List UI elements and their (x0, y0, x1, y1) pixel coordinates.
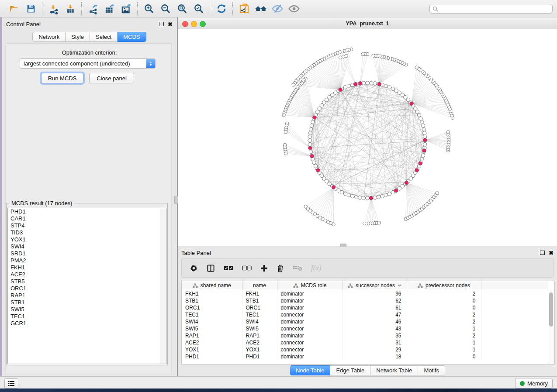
table-scrollbar[interactable] (548, 290, 554, 364)
table-panel-title: Table Panel (181, 250, 211, 256)
list-item[interactable]: TID3 (8, 229, 166, 236)
import-network-icon (48, 3, 59, 14)
list-item[interactable]: ACE2 (8, 271, 166, 278)
function-builder-icon: f(x) (311, 264, 322, 272)
table-panel-tabs: Node Table Edge Table Network Table Moti… (178, 365, 557, 375)
tab-edge-table[interactable]: Edge Table (330, 365, 370, 375)
node-table-grid: shared name name MCDS role successor nod… (182, 281, 548, 360)
tab-select[interactable]: Select (90, 32, 118, 42)
network-view-window: YPA_prune.txt_1 (178, 17, 557, 246)
list-scrollbar[interactable] (160, 208, 166, 364)
tab-mcds[interactable]: MCDS (118, 32, 146, 42)
search-icon (432, 6, 438, 12)
zoom-out-button[interactable] (159, 2, 172, 15)
column-header-filler (481, 281, 548, 290)
show-all-button[interactable] (287, 2, 301, 15)
search-input[interactable] (429, 4, 553, 14)
list-item[interactable]: TEC1 (8, 313, 166, 320)
table-header-row: shared name name MCDS role successor nod… (182, 281, 548, 290)
select-all-icon[interactable] (224, 265, 233, 271)
table-row[interactable]: RAP1RAP1dominator352 (182, 332, 548, 339)
network-graph[interactable] (178, 29, 557, 246)
table-row[interactable]: SWI4SWI4dominator462 (182, 318, 548, 325)
delete-table-icon (293, 265, 302, 272)
zoom-selected-button[interactable] (192, 2, 205, 15)
table-row[interactable]: ACE2ACE2connector311 (182, 339, 548, 346)
column-header-predecessor-nodes[interactable]: predecessor nodes (407, 281, 481, 290)
table-scrollbar-thumb[interactable] (549, 292, 553, 327)
float-panel-icon[interactable] (159, 22, 164, 26)
run-mcds-button[interactable]: Run MCDS (41, 73, 83, 83)
list-item[interactable]: PMA2 (8, 257, 166, 264)
table-row[interactable]: PHD1PHD1dominator180 (182, 353, 548, 360)
show-panels-button[interactable] (4, 378, 18, 389)
table-row[interactable]: SWI5SWI5connector431 (182, 325, 548, 332)
list-item[interactable]: SWI4 (8, 243, 166, 250)
add-column-icon[interactable] (260, 265, 268, 272)
deselect-all-icon[interactable] (242, 265, 252, 271)
list-item[interactable]: STP4 (8, 222, 166, 229)
tab-network[interactable]: Network (32, 32, 66, 42)
chevron-down-icon (398, 284, 401, 287)
float-panel-icon[interactable] (540, 251, 545, 255)
import-network-button[interactable] (47, 2, 60, 15)
zoom-fit-icon (176, 3, 188, 14)
column-header-mcds-role[interactable]: MCDS role (277, 281, 343, 290)
import-table-button[interactable] (64, 2, 77, 15)
main-toolbar (0, 0, 557, 17)
list-item[interactable]: CAR1 (8, 215, 166, 222)
delete-column-icon[interactable] (277, 264, 284, 272)
hide-selected-button[interactable] (271, 2, 284, 15)
export-network-icon (87, 3, 99, 14)
tab-style[interactable]: Style (66, 32, 90, 42)
column-header-name[interactable]: name (242, 281, 277, 290)
memory-button[interactable]: Memory (515, 378, 553, 389)
zoom-fit-button[interactable] (176, 2, 189, 15)
criterion-select[interactable]: largest connected component (undirected)… (20, 58, 156, 69)
duplicate-network-button[interactable] (238, 2, 251, 15)
export-network-button[interactable] (86, 2, 100, 15)
close-panel-icon[interactable]: ✖ (549, 250, 554, 256)
table-row[interactable]: STB1STB1dominator620 (182, 297, 548, 304)
close-panel-button[interactable]: Close panel (89, 73, 134, 83)
table-row[interactable]: TEC1TEC1connector472 (182, 311, 548, 318)
tab-motifs[interactable]: Motifs (418, 365, 445, 375)
list-item[interactable]: SWI5 (8, 306, 166, 313)
refresh-button[interactable] (215, 2, 228, 15)
list-item[interactable]: SRD1 (8, 250, 166, 257)
list-item[interactable]: ORC1 (8, 285, 166, 292)
zoom-in-icon (143, 3, 155, 14)
list-item[interactable]: RAP1 (8, 292, 166, 299)
list-icon (8, 381, 15, 386)
first-neighbors-icon (255, 3, 267, 14)
network-window-titlebar[interactable]: YPA_prune.txt_1 (178, 18, 557, 29)
column-header-successor-nodes[interactable]: successor nodes (343, 281, 407, 290)
tab-network-table[interactable]: Network Table (370, 365, 418, 375)
table-row[interactable]: FKH1FKH1dominator962 (182, 290, 548, 298)
zoom-in-button[interactable] (142, 2, 156, 15)
table-panel: Table Panel ✖ f(x) shared name name MCDS… (178, 247, 557, 376)
desktop-wallpaper-strip (0, 389, 557, 392)
table-row[interactable]: ORC1ORC1dominator610 (182, 304, 548, 311)
save-button[interactable] (24, 2, 38, 15)
open-folder-button[interactable] (8, 2, 21, 15)
settings-gear-icon[interactable] (190, 264, 198, 272)
column-header-shared-name[interactable]: shared name (182, 281, 242, 290)
memory-label: Memory (527, 380, 548, 387)
network-canvas[interactable] (178, 29, 557, 246)
list-item[interactable]: YOX1 (8, 236, 166, 243)
list-item[interactable]: PHD1 (8, 208, 166, 215)
first-neighbors-button[interactable] (254, 2, 267, 15)
export-image-button[interactable] (120, 2, 133, 15)
list-item[interactable]: STB1 (8, 299, 166, 306)
tab-node-table[interactable]: Node Table (290, 365, 331, 375)
close-panel-icon[interactable]: ✖ (168, 21, 173, 27)
column-browser-icon[interactable] (207, 264, 215, 272)
list-item[interactable]: GCR1 (8, 320, 166, 327)
import-table-icon (65, 3, 76, 14)
attribute-icon (418, 283, 423, 288)
list-item[interactable]: FKH1 (8, 264, 166, 271)
table-row[interactable]: YOX1YOX1connector291 (182, 346, 548, 353)
list-item[interactable]: STB5 (8, 278, 166, 285)
export-table-button[interactable] (103, 2, 116, 15)
